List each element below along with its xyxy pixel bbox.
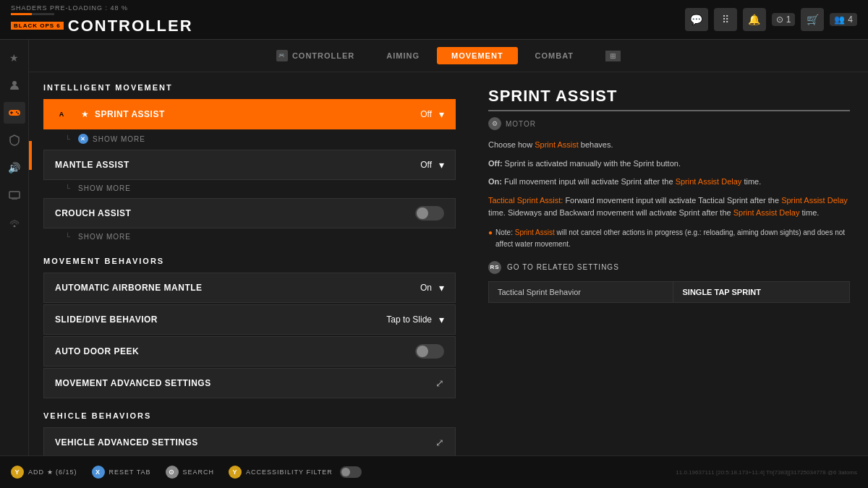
sprint-assist-link2: Sprint Assist Delay bbox=[676, 177, 742, 186]
vehicle-advanced-name: Vehicle Advanced Settings bbox=[55, 437, 435, 448]
tab-aiming-label: AIMING bbox=[386, 51, 420, 60]
tab-extra[interactable]: ⊞ bbox=[591, 46, 635, 66]
game-title: CONTROLLER bbox=[68, 17, 193, 35]
sprint-assist-name: Sprint Assist bbox=[95, 109, 420, 119]
rs-icon: RS bbox=[488, 261, 501, 274]
sidebar-item-user[interactable] bbox=[4, 74, 25, 96]
motor-icon: ⚙ bbox=[488, 117, 501, 130]
chat-icon[interactable]: 💬 bbox=[685, 8, 708, 31]
grid-icon[interactable]: ⠿ bbox=[714, 8, 737, 31]
search-label: SEARCH bbox=[183, 468, 215, 476]
sprint-assist-btn-icon: A bbox=[55, 108, 68, 121]
show-more-label: SHOW MORE bbox=[93, 135, 145, 143]
related-settings-header: RS GO TO RELATED SETTINGS bbox=[488, 261, 850, 274]
sprint-assist-show-more[interactable]: └ ✕ SHOW MORE bbox=[43, 131, 456, 147]
slide-dive-value: Tap to Slide bbox=[386, 314, 432, 325]
mantle-assist-chevron: ▾ bbox=[439, 159, 444, 171]
setting-automatic-airborne-mantle[interactable]: Automatic Airborne Mantle On ▾ bbox=[43, 273, 456, 303]
sprint-delay-link2: Sprint Assist Delay bbox=[733, 208, 800, 217]
sidebar-item-star[interactable]: ★ bbox=[4, 47, 25, 69]
sidebar-item-volume[interactable]: 🔊 bbox=[4, 157, 25, 179]
main-content: INTELLIGENT MOVEMENT A ★ Sprint Assist O… bbox=[29, 72, 470, 455]
setting-auto-door-peek[interactable]: Auto Door Peek bbox=[43, 336, 456, 367]
bottom-accessibility[interactable]: Y ACCESSIBILITY FILTER bbox=[229, 466, 362, 479]
y-button-add: Y bbox=[11, 466, 24, 479]
svg-point-0 bbox=[12, 81, 17, 85]
bell-icon[interactable]: 🔔 bbox=[743, 8, 766, 31]
related-row[interactable]: Tactical Sprint Behavior SINGLE TAP SPRI… bbox=[489, 281, 850, 302]
mantle-assist-name: Mantle Assist bbox=[55, 160, 420, 170]
top-bar: SHADERS PRE-LOADING : 48 % BLACK OPS 6 C… bbox=[0, 0, 868, 40]
tab-movement[interactable]: MOVEMENT bbox=[437, 47, 518, 64]
sprint-assist-value: Off bbox=[420, 109, 432, 119]
related-item-label: Tactical Sprint Behavior bbox=[489, 281, 673, 302]
bottom-bar: Y ADD ★ (6/15) X RESET TAB ⊙ SEARCH Y AC… bbox=[0, 455, 868, 488]
store-icon[interactable]: 🛒 bbox=[801, 8, 824, 31]
top-right-icons: 💬 ⠿ 🔔 ⊙ 1 🛒 👥 4 bbox=[685, 8, 857, 31]
tab-combat-label: COMBAT bbox=[535, 51, 574, 60]
add-label: ADD ★ (6/15) bbox=[28, 468, 77, 476]
auto-airborne-name: Automatic Airborne Mantle bbox=[55, 283, 420, 293]
shaders-fill bbox=[11, 13, 32, 15]
section-vehicle-behaviors: VEHICLE BEHAVIORS bbox=[43, 411, 456, 420]
mantle-assist-show-more[interactable]: └ SHOW MORE bbox=[43, 181, 456, 195]
ps-count: 1 bbox=[786, 14, 791, 25]
crouch-toggle-knob bbox=[417, 207, 428, 219]
reset-label: RESET TAB bbox=[109, 468, 151, 476]
setting-sprint-assist[interactable]: A ★ Sprint Assist Off ▾ bbox=[43, 99, 456, 129]
controller-tab-icon: 🎮 bbox=[276, 50, 288, 61]
tab-extra-icon: ⊞ bbox=[605, 51, 621, 61]
bottom-reset[interactable]: X RESET TAB bbox=[92, 466, 151, 479]
panel-on-desc: On: Full movement input will activate Sp… bbox=[488, 176, 850, 189]
sidebar-item-gamepad[interactable] bbox=[4, 102, 25, 124]
show-more-x-icon: ✕ bbox=[78, 134, 88, 144]
shaders-label: SHADERS PRE-LOADING : 48 % bbox=[11, 4, 128, 12]
friends-icon: 👥 bbox=[834, 14, 845, 25]
auto-door-toggle[interactable] bbox=[415, 344, 444, 359]
svg-rect-3 bbox=[10, 112, 13, 114]
slide-dive-chevron: ▾ bbox=[439, 314, 444, 325]
panel-title: Sprint Assist bbox=[488, 87, 850, 111]
panel-intro: Choose how Sprint Assist behaves. bbox=[488, 139, 850, 152]
sidebar-item-display[interactable] bbox=[4, 184, 25, 206]
setting-slide-dive[interactable]: Slide/Dive Behavior Tap to Slide ▾ bbox=[43, 304, 456, 335]
sidebar-item-shield[interactable] bbox=[4, 129, 25, 151]
section-movement-behaviors: MOVEMENT BEHAVIORS bbox=[43, 257, 456, 265]
tactical-sprint-link: Tactical Sprint Assist: bbox=[488, 196, 563, 205]
friends-count: 4 bbox=[848, 14, 853, 25]
setting-movement-advanced[interactable]: Movement Advanced Settings ⤢ bbox=[43, 368, 456, 398]
panel-tactical-desc: Tactical Sprint Assist: Forward movement… bbox=[488, 194, 850, 220]
svg-point-5 bbox=[17, 113, 19, 114]
mantle-assist-value: Off bbox=[420, 160, 432, 170]
sprint-assist-chevron: ▾ bbox=[439, 108, 444, 120]
note-text: Note: Sprint Assist will not cancel othe… bbox=[495, 227, 850, 250]
tab-combat[interactable]: COMBAT bbox=[521, 47, 588, 64]
tab-controller[interactable]: 🎮 CONTROLLER bbox=[262, 46, 369, 66]
sidebar-item-network[interactable] bbox=[4, 212, 25, 234]
bo6-badge: BLACK OPS 6 bbox=[11, 22, 64, 30]
auto-airborne-value: On bbox=[420, 283, 432, 293]
bottom-search[interactable]: ⊙ SEARCH bbox=[166, 466, 215, 479]
tab-aiming[interactable]: AIMING bbox=[372, 47, 434, 64]
accessibility-toggle[interactable] bbox=[340, 466, 362, 478]
crouch-assist-name: Crouch Assist bbox=[55, 208, 415, 218]
right-panel: Sprint Assist ⚙ MOTOR Choose how Sprint … bbox=[470, 72, 868, 455]
setting-mantle-assist[interactable]: Mantle Assist Off ▾ bbox=[43, 150, 456, 180]
circle-button-search: ⊙ bbox=[166, 466, 179, 479]
bottom-add[interactable]: Y ADD ★ (6/15) bbox=[11, 466, 77, 479]
crouch-assist-show-more[interactable]: └ SHOW MORE bbox=[43, 230, 456, 244]
version-info: 11.0.19637111 [20:5:18.173+11:4] Th[7383… bbox=[676, 469, 857, 476]
auto-airborne-chevron: ▾ bbox=[439, 282, 444, 294]
crouch-assist-toggle[interactable] bbox=[415, 206, 444, 221]
accessibility-label: ACCESSIBILITY FILTER bbox=[246, 468, 333, 476]
setting-crouch-assist[interactable]: Crouch Assist bbox=[43, 198, 456, 228]
motor-badge: ⚙ MOTOR bbox=[488, 117, 850, 130]
setting-vehicle-advanced[interactable]: Vehicle Advanced Settings ⤢ bbox=[43, 427, 456, 455]
svg-point-8 bbox=[13, 226, 15, 228]
movement-advanced-external-icon: ⤢ bbox=[435, 377, 444, 389]
accessibility-toggle-knob bbox=[341, 468, 350, 476]
sprint-assist-link1: Sprint Assist bbox=[535, 140, 579, 149]
y-button-accessibility: Y bbox=[229, 466, 242, 479]
section-intelligent-movement: INTELLIGENT MOVEMENT bbox=[43, 83, 456, 92]
sprint-assist-link3: Sprint Assist bbox=[515, 228, 555, 236]
